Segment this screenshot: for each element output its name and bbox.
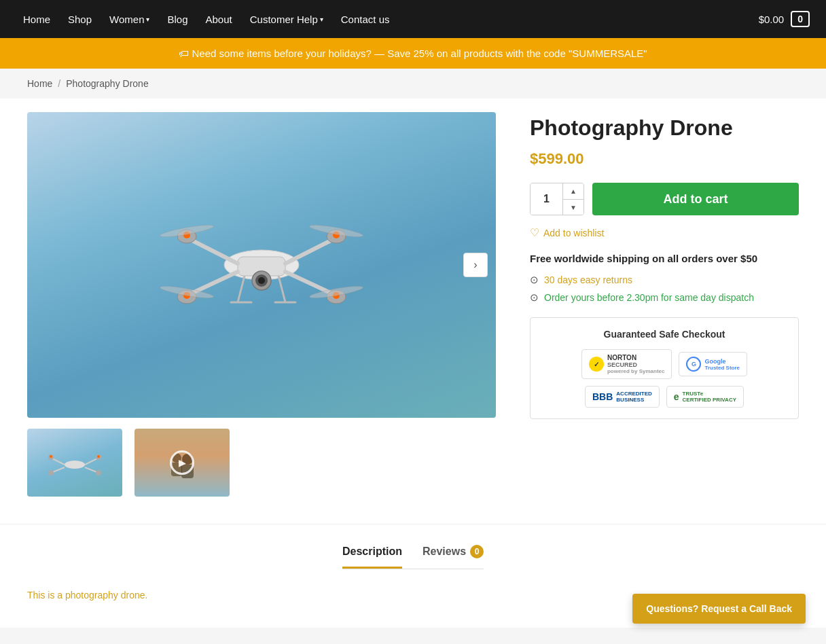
- quantity-arrows: ▲ ▼: [563, 183, 583, 215]
- svg-line-22: [279, 276, 285, 302]
- navbar: Home Shop Women ▾ Blog About Customer He…: [0, 0, 826, 38]
- thumbnail-1[interactable]: [27, 429, 122, 497]
- nav-women[interactable]: Women ▾: [103, 8, 156, 31]
- promo-text: 🏷 Need some items before your holidays? …: [179, 48, 647, 59]
- safe-checkout-box: Guaranteed Safe Checkout ✓ NORTON SECURE…: [530, 317, 799, 419]
- svg-point-4: [258, 277, 265, 284]
- chevron-down-icon: ▾: [146, 16, 149, 23]
- returns-icon: ⊙: [530, 274, 539, 286]
- cart-price: $0.00: [759, 14, 785, 25]
- nav-home[interactable]: Home: [16, 8, 57, 31]
- nav-blog[interactable]: Blog: [160, 8, 194, 31]
- nav-about[interactable]: About: [199, 8, 239, 31]
- thumbnail-list: ▶: [27, 429, 496, 497]
- product-price: $599.00: [530, 150, 799, 168]
- google-icon: G: [686, 357, 701, 372]
- norton-icon: ✓: [589, 357, 604, 372]
- dispatch-row: ⊙ Order yours before 2.30pm for same day…: [530, 291, 799, 304]
- promo-banner: 🏷 Need some items before your holidays? …: [0, 38, 826, 69]
- nav-contact[interactable]: Contact us: [334, 8, 397, 31]
- breadcrumb-current: Photography Drone: [66, 78, 148, 89]
- svg-line-6: [285, 238, 336, 264]
- svg-point-33: [96, 470, 101, 476]
- trust-badges: ✓ NORTON SECURED powered by Symantec G G…: [541, 349, 787, 408]
- cart-button[interactable]: 0: [791, 11, 810, 27]
- main-content: ›: [0, 99, 826, 524]
- quantity-up[interactable]: ▲: [563, 183, 583, 200]
- quantity-down[interactable]: ▼: [563, 200, 583, 215]
- product-details: Photography Drone $599.00 1 ▲ ▼ Add to c…: [530, 112, 799, 497]
- chevron-down-icon: ▾: [320, 16, 323, 23]
- dispatch-text: Order yours before 2.30pm for same day d…: [544, 292, 754, 303]
- add-to-cart-button[interactable]: Add to cart: [592, 183, 799, 215]
- dispatch-icon: ⊙: [530, 291, 539, 304]
- google-badge: G Google Trusted Store: [679, 352, 747, 376]
- drone-illustration: [132, 156, 391, 374]
- svg-point-35: [97, 455, 100, 458]
- breadcrumb-home[interactable]: Home: [27, 78, 52, 89]
- nav-cart: $0.00 0: [759, 11, 810, 27]
- quantity-stepper[interactable]: 1 ▲ ▼: [530, 183, 584, 215]
- truste-badge: e TRUSTe CERTIFIED PRIVACY: [666, 386, 744, 408]
- returns-row: ⊙ 30 days easy returns: [530, 274, 799, 286]
- svg-point-25: [65, 461, 85, 469]
- add-to-cart-row: 1 ▲ ▼ Add to cart: [530, 183, 799, 215]
- tab-reviews[interactable]: Reviews 0: [423, 545, 484, 569]
- product-title: Photography Drone: [530, 115, 799, 141]
- breadcrumb-separator: /: [58, 78, 60, 89]
- add-to-wishlist-button[interactable]: ♡ Add to wishlist: [530, 226, 799, 239]
- heart-icon: ♡: [530, 226, 539, 239]
- svg-point-34: [50, 455, 52, 458]
- bbb-badge: BBB ACCREDITED BUSINESS: [585, 386, 660, 408]
- svg-line-21: [238, 276, 245, 302]
- thumbnail-2[interactable]: ▶: [134, 429, 230, 497]
- thumb-drone-icon: [41, 439, 109, 486]
- tabs-header: Description Reviews 0: [342, 545, 484, 569]
- tab-description[interactable]: Description: [342, 545, 402, 569]
- product-gallery: ›: [27, 112, 496, 497]
- main-product-image: ›: [27, 112, 496, 418]
- nav-shop[interactable]: Shop: [61, 8, 98, 31]
- reviews-count-badge: 0: [470, 545, 484, 558]
- svg-line-5: [187, 238, 238, 264]
- shipping-text: Free worldwide shipping on all orders ov…: [530, 253, 799, 264]
- request-callback-button[interactable]: Questions? Request a Call Back: [632, 594, 806, 624]
- breadcrumb: Home / Photography Drone: [0, 69, 826, 99]
- norton-badge: ✓ NORTON SECURED powered by Symantec: [581, 349, 672, 379]
- quantity-value: 1: [531, 183, 563, 215]
- returns-text: 30 days easy returns: [544, 274, 632, 285]
- gallery-next-button[interactable]: ›: [463, 253, 488, 277]
- play-icon[interactable]: ▶: [170, 450, 194, 475]
- nav-customer-help[interactable]: Customer Help ▾: [243, 8, 330, 31]
- safe-checkout-title: Guaranteed Safe Checkout: [541, 329, 787, 340]
- nav-links: Home Shop Women ▾ Blog About Customer He…: [16, 8, 396, 31]
- svg-point-32: [48, 470, 54, 476]
